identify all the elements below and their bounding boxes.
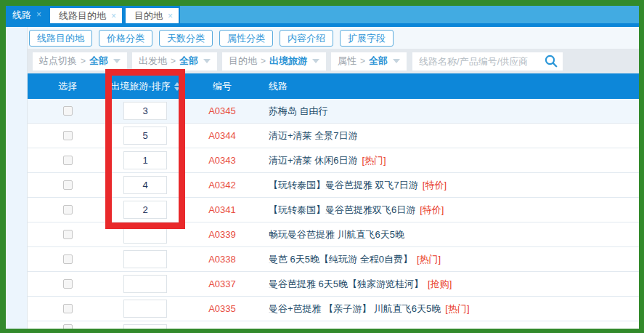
route-code: A0345 (208, 105, 236, 116)
route-name: 畅玩曼谷芭提雅 川航直飞6天5晚 (269, 228, 404, 241)
price-category-button[interactable]: 价格分类 (99, 30, 152, 47)
route-tag: [热门] (417, 253, 441, 266)
route-name: 清迈+清莱 全景7日游 (269, 129, 357, 143)
route-code: A0344 (208, 130, 236, 141)
sort-order-input[interactable] (123, 151, 167, 169)
dropdown-separator: > (81, 56, 86, 66)
route-code: A0341 (208, 204, 236, 215)
header-code: 编号 (183, 80, 261, 93)
table-row-partial (28, 321, 639, 329)
dropdown-separator: > (171, 56, 176, 66)
route-code: A0343 (208, 155, 236, 166)
sort-order-input[interactable] (123, 201, 167, 219)
tab-route-label: 线路 (12, 7, 31, 23)
route-name: 【玩转泰国】曼谷芭提雅双飞6日游 (269, 204, 415, 217)
table-row: A0335 曼谷+芭提雅 【亲子游】 川航直飞6天5晚[热门] (28, 297, 639, 321)
chevron-down-icon (113, 59, 121, 63)
route-name: 曼谷+芭提雅 【亲子游】 川航直飞6天5晚 (269, 302, 441, 316)
header-sort-label: 出境旅游-排序 (110, 80, 170, 93)
filter-bar: 站点切换 > 全部 出发地 > 全部 目的地 > 出境旅游 (28, 49, 639, 73)
dropdown-separator: > (261, 56, 266, 66)
row-checkbox[interactable] (63, 131, 73, 140)
sort-order-input[interactable] (123, 225, 167, 244)
route-code: A0337 (208, 278, 236, 289)
route-code: A0342 (208, 180, 236, 190)
row-checkbox[interactable] (63, 106, 73, 116)
table-row: A0345 苏梅岛 自由行 (28, 99, 639, 124)
row-checkbox[interactable] (63, 304, 73, 313)
header-select-label: 选择 (58, 80, 77, 93)
tab-route-destination-label: 线路目的地 (59, 8, 106, 23)
content-area: 线路目的地 价格分类 天数分类 属性分类 内容介绍 扩展字段 站点切换 > 全部 (27, 27, 639, 329)
dropdown-label: 目的地 (229, 55, 257, 68)
header-route: 线路 (261, 80, 639, 93)
days-category-button[interactable]: 天数分类 (159, 30, 213, 47)
row-checkbox[interactable] (63, 254, 73, 264)
row-checkbox[interactable] (63, 156, 73, 165)
dropdown-label: 属性 (338, 55, 356, 68)
search-box (412, 52, 563, 71)
table-row: A0341 【玩转泰国】曼谷芭提雅双飞6日游[特价] (28, 198, 639, 222)
route-code: A0338 (208, 254, 236, 265)
toolbar: 线路目的地 价格分类 天数分类 属性分类 内容介绍 扩展字段 (28, 27, 639, 49)
sort-arrows-icon[interactable] (174, 82, 180, 91)
tab-route[interactable]: 线路 × (6, 6, 46, 23)
dropdown-label: 站点切换 (39, 55, 77, 68)
tab-group: 线路 × 线路目的地 × 目的地 × (6, 6, 180, 27)
route-code: A0335 (208, 303, 236, 314)
departure-dropdown[interactable]: 出发地 > 全部 (132, 52, 217, 71)
extended-fields-button[interactable]: 扩展字段 (340, 30, 394, 47)
route-name: 【玩转泰国】曼谷芭提雅 双飞7日游 (269, 179, 418, 192)
route-destination-button[interactable]: 线路目的地 (29, 30, 92, 47)
sort-order-input[interactable] (123, 250, 167, 268)
table-row: A0343 清迈+清莱 休闲6日游[热门] (28, 148, 639, 173)
sort-order-input[interactable] (123, 127, 167, 145)
close-icon[interactable]: × (168, 12, 173, 20)
route-tag: [热门] (445, 302, 469, 316)
route-tag: [特价] (420, 204, 444, 217)
chevron-down-icon (393, 59, 400, 63)
row-checkbox[interactable] (63, 324, 73, 329)
close-icon[interactable]: × (36, 10, 41, 19)
route-tag: [特价] (423, 179, 447, 192)
dropdown-separator: > (360, 56, 365, 66)
search-icon[interactable] (544, 54, 558, 68)
row-checkbox[interactable] (63, 180, 73, 190)
sort-order-input[interactable] (123, 176, 167, 194)
destination-dropdown[interactable]: 目的地 > 出境旅游 (222, 52, 326, 71)
chevron-down-icon (312, 59, 319, 63)
tab-bar: 线路 × 线路目的地 × 目的地 × (6, 6, 639, 27)
app-window: 线路 × 线路目的地 × 目的地 × 线路目的地 价格分类 天 (0, 0, 644, 333)
row-checkbox[interactable] (63, 205, 73, 214)
site-switch-dropdown[interactable]: 站点切换 > 全部 (33, 52, 127, 71)
attribute-dropdown[interactable]: 属性 > 全部 (331, 52, 407, 71)
header-sort[interactable]: 出境旅游-排序 (107, 80, 183, 93)
dropdown-label: 出发地 (139, 55, 167, 68)
route-name: 清迈+清莱 休闲6日游 (269, 154, 357, 167)
tab-destination[interactable]: 目的地 × (126, 8, 179, 23)
sort-order-input[interactable] (123, 324, 167, 329)
header-code-label: 编号 (213, 80, 232, 93)
header-select: 选择 (28, 80, 107, 93)
tab-route-destination[interactable]: 线路目的地 × (50, 8, 122, 23)
route-name: 曼谷芭提雅 6天5晚【独家游览桂河】 (269, 278, 423, 291)
content-intro-button[interactable]: 内容介绍 (280, 30, 333, 47)
sort-order-input[interactable] (123, 300, 167, 318)
search-input[interactable] (412, 56, 544, 67)
route-tag: [抢购] (428, 278, 452, 291)
dropdown-value: 全部 (89, 55, 108, 68)
header-route-label: 线路 (269, 80, 288, 93)
table-row: A0337 曼谷芭提雅 6天5晚【独家游览桂河】[抢购] (28, 272, 639, 297)
dropdown-value: 全部 (179, 55, 198, 68)
sort-order-input[interactable] (123, 275, 167, 293)
attribute-category-button[interactable]: 属性分类 (219, 30, 273, 47)
row-checkbox[interactable] (63, 230, 73, 239)
dropdown-value: 出境旅游 (269, 55, 307, 68)
close-icon[interactable]: × (111, 12, 116, 20)
table-body: A0345 苏梅岛 自由行 A0344 清迈+清莱 全景7日游 A0343 清迈… (28, 99, 639, 329)
table-row: A0344 清迈+清莱 全景7日游 (28, 124, 639, 148)
chevron-down-icon (203, 59, 211, 63)
row-checkbox[interactable] (63, 279, 73, 289)
sort-order-input[interactable] (123, 102, 167, 120)
table-header: 选择 出境旅游-排序 编号 线路 (28, 73, 639, 99)
